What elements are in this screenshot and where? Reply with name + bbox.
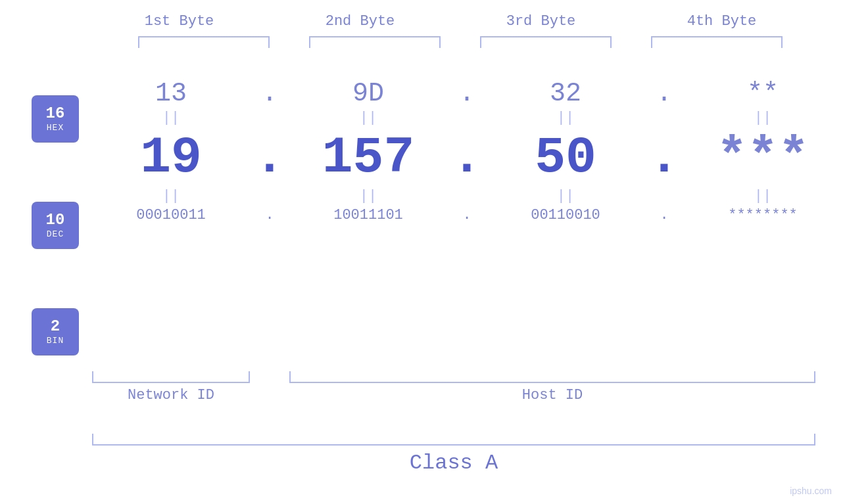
- bin-b1: 00010011: [136, 207, 206, 223]
- eq2-b4: ||: [754, 188, 771, 204]
- dec-dot-3: .: [644, 129, 684, 187]
- hex-b1-cell: 13: [92, 79, 250, 108]
- network-bracket: [92, 371, 250, 383]
- dec-b1-cell: 19: [92, 129, 250, 187]
- dec-dot-2: .: [447, 129, 487, 187]
- dec-b4: ***: [717, 129, 809, 187]
- bracket-1: [138, 36, 270, 48]
- host-id-label: Host ID: [289, 387, 815, 403]
- badge-bin-label: BIN: [47, 336, 64, 346]
- dec-dot-1: .: [250, 129, 289, 187]
- bin-b2: 10011101: [333, 207, 403, 223]
- eq1-b2: ||: [360, 110, 377, 126]
- badge-bin-num: 2: [51, 318, 60, 335]
- dec-b2-cell: 157: [289, 129, 447, 187]
- col-header-4: 4th Byte: [643, 13, 801, 30]
- hex-b1: 13: [155, 79, 187, 108]
- eq1-b4: ||: [754, 110, 771, 126]
- bin-dot-2: .: [447, 207, 487, 223]
- equals-row-1: || || || ||: [92, 110, 815, 126]
- hex-b4: **: [747, 79, 779, 108]
- top-brackets: [118, 36, 802, 48]
- hex-dot-3: .: [644, 79, 684, 108]
- class-bar-line: [92, 434, 815, 446]
- host-bracket: [289, 371, 815, 383]
- bottom-brackets: Network ID Host ID: [92, 371, 815, 403]
- bin-dot-1: .: [250, 207, 289, 223]
- eq2-b2: ||: [360, 188, 377, 204]
- badge-column: 16 HEX 10 DEC 2 BIN: [32, 95, 79, 355]
- badge-dec: 10 DEC: [32, 202, 79, 249]
- bottom-bracket-row: [92, 371, 815, 383]
- hex-b2: 9D: [352, 79, 384, 108]
- dec-b1: 19: [140, 129, 202, 187]
- bin-row: 00010011 . 10011101 . 00110010 . *******…: [92, 207, 815, 223]
- hex-b3-cell: 32: [487, 79, 644, 108]
- hex-b4-cell: **: [684, 79, 842, 108]
- eq2-b1: ||: [162, 188, 180, 204]
- network-id-label: Network ID: [92, 387, 250, 403]
- badge-hex: 16 HEX: [32, 95, 79, 143]
- bracket-2: [309, 36, 441, 48]
- hex-dot-1: .: [250, 79, 289, 108]
- hex-row: 13 . 9D . 32 . **: [92, 79, 815, 108]
- column-headers: 1st Byte 2nd Byte 3rd Byte 4th Byte: [89, 13, 812, 30]
- eq2-b3: ||: [557, 188, 574, 204]
- col-header-1: 1st Byte: [101, 13, 258, 30]
- eq1-b3: ||: [557, 110, 574, 126]
- bottom-labels-row: Network ID Host ID: [92, 387, 815, 403]
- dec-b3-cell: 50: [487, 129, 644, 187]
- watermark: ipshu.com: [790, 486, 832, 496]
- bracket-3: [480, 36, 612, 48]
- badge-bin: 2 BIN: [32, 308, 79, 355]
- bracket-4: [651, 36, 783, 48]
- rows-container: 13 . 9D . 32 . ** || ||: [92, 69, 815, 223]
- badge-dec-label: DEC: [47, 229, 64, 239]
- bin-b3: 00110010: [531, 207, 600, 223]
- col-header-2: 2nd Byte: [281, 13, 439, 30]
- bracket-gap: [250, 371, 289, 383]
- bin-b1-cell: 00010011: [92, 207, 250, 223]
- main-container: 1st Byte 2nd Byte 3rd Byte 4th Byte 16 H…: [0, 0, 845, 504]
- equals-row-2: || || || ||: [92, 188, 815, 204]
- bin-b3-cell: 00110010: [487, 207, 644, 223]
- dec-row: 19 . 157 . 50 . ***: [92, 129, 815, 187]
- bin-b4-cell: ********: [684, 207, 842, 223]
- hex-b2-cell: 9D: [289, 79, 447, 108]
- hex-dot-2: .: [447, 79, 487, 108]
- bin-b2-cell: 10011101: [289, 207, 447, 223]
- dec-b3: 50: [535, 129, 596, 187]
- bin-b4: ********: [728, 207, 798, 223]
- dec-b2: 157: [322, 129, 414, 187]
- badge-hex-label: HEX: [47, 123, 64, 133]
- hex-b3: 32: [550, 79, 581, 108]
- class-label: Class A: [92, 451, 815, 475]
- eq1-b1: ||: [162, 110, 180, 126]
- bin-dot-3: .: [644, 207, 684, 223]
- badge-dec-num: 10: [46, 212, 65, 229]
- badge-hex-num: 16: [46, 105, 65, 122]
- col-header-3: 3rd Byte: [462, 13, 620, 30]
- dec-b4-cell: ***: [684, 129, 842, 187]
- class-bar: Class A: [92, 434, 815, 475]
